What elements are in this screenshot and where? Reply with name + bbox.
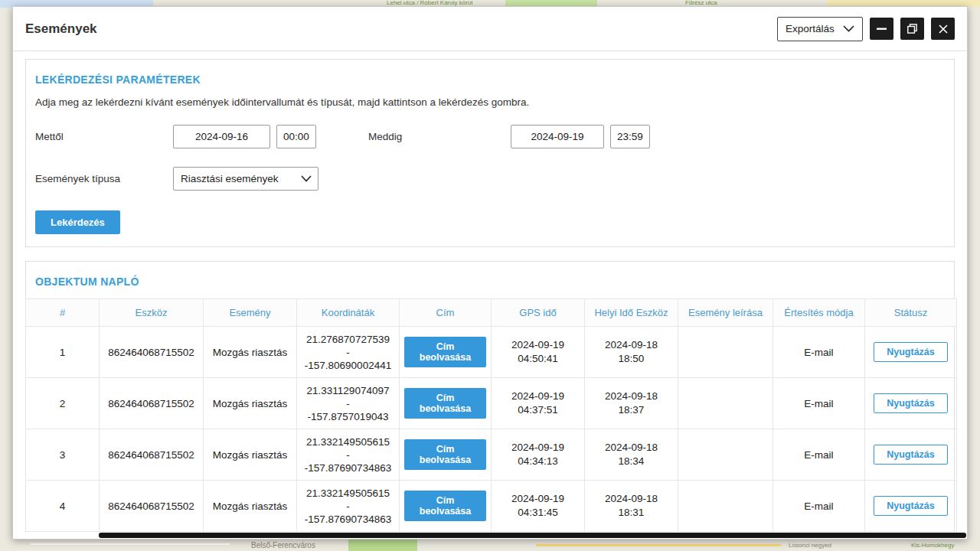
cell-description bbox=[678, 327, 773, 378]
map-street-label: Fűrész utca bbox=[685, 0, 717, 6]
col-header-notify: Értesítés módja bbox=[773, 299, 865, 327]
map-road-line-2 bbox=[31, 543, 230, 545]
cell-event: Mozgás riasztás bbox=[204, 481, 297, 532]
event-type-value: Riasztási események bbox=[181, 173, 279, 184]
col-header-coordinates: Koordináták bbox=[297, 299, 400, 327]
cell-gps-time: 2024-09-19 04:34:13 bbox=[492, 429, 585, 481]
read-address-button[interactable]: Cím beolvasása bbox=[404, 439, 486, 470]
cell-local-time: 2024-09-18 18:34 bbox=[585, 429, 678, 481]
cell-num: 4 bbox=[26, 481, 100, 532]
cell-gps-time: 2024-09-19 04:37:51 bbox=[492, 378, 585, 429]
cell-coordinates: 21.331129074097 - -157.8757019043 bbox=[297, 378, 400, 429]
chevron-down-icon bbox=[843, 23, 854, 34]
acknowledge-button[interactable]: Nyugtázás bbox=[874, 342, 948, 362]
col-header-local-time: Helyi Idő Eszköz bbox=[585, 299, 678, 327]
read-address-button[interactable]: Cím beolvasása bbox=[404, 388, 486, 419]
table-row: 4 862464068715502 Mozgás riasztás 21.332… bbox=[26, 481, 957, 532]
cell-address: Cím beolvasása bbox=[400, 378, 492, 429]
cell-event: Mozgás riasztás bbox=[204, 429, 297, 481]
export-dropdown-button[interactable]: Exportálás bbox=[777, 17, 863, 41]
from-time-input[interactable] bbox=[276, 125, 316, 148]
cell-address: Cím beolvasása bbox=[400, 481, 492, 532]
cell-address: Cím beolvasása bbox=[400, 429, 492, 481]
cell-device: 862464068715502 bbox=[100, 429, 204, 481]
to-date-input[interactable] bbox=[511, 125, 604, 148]
minimize-icon bbox=[877, 24, 887, 34]
dialog-titlebar: Események Exportálás bbox=[13, 7, 967, 51]
acknowledge-button[interactable]: Nyugtázás bbox=[874, 496, 948, 516]
cell-num: 2 bbox=[26, 378, 100, 429]
to-label: Meddig bbox=[368, 131, 511, 142]
export-label: Exportálás bbox=[786, 23, 835, 34]
query-section-heading: LEKÉRDEZÉSI PARAMÉTEREK bbox=[35, 73, 943, 86]
from-label: Mettől bbox=[35, 131, 173, 142]
map-park-patch-2 bbox=[348, 539, 417, 551]
horizontal-scrollbar[interactable] bbox=[99, 533, 966, 538]
acknowledge-button[interactable]: Nyugtázás bbox=[874, 445, 948, 465]
close-icon bbox=[939, 24, 948, 34]
close-button[interactable] bbox=[931, 18, 955, 40]
object-log-table: # Eszköz Esemény Koordináták Cím GPS idő… bbox=[25, 298, 957, 532]
table-row: 3 862464068715502 Mozgás riasztás 21.332… bbox=[26, 429, 957, 481]
event-type-row: Események típusa Riasztási események bbox=[35, 167, 943, 191]
minimize-button[interactable] bbox=[870, 18, 893, 40]
cell-description bbox=[678, 481, 773, 532]
event-type-select[interactable]: Riasztási események bbox=[173, 167, 318, 191]
query-submit-button[interactable]: Lekérdezés bbox=[35, 210, 120, 234]
read-address-button[interactable]: Cím beolvasása bbox=[404, 491, 486, 521]
col-header-status: Státusz bbox=[865, 299, 957, 327]
cell-local-time: 2024-09-18 18:50 bbox=[585, 327, 678, 378]
object-log-panel: OBJEKTUM NAPLÓ # Eszköz Esemény Koordiná… bbox=[25, 261, 955, 532]
col-header-num: # bbox=[26, 299, 100, 327]
titlebar-controls: Exportálás bbox=[777, 17, 955, 41]
cell-notify: E-mail bbox=[773, 378, 865, 429]
cell-local-time: 2024-09-18 18:31 bbox=[585, 481, 678, 532]
acknowledge-button[interactable]: Nyugtázás bbox=[874, 393, 948, 413]
cell-gps-time: 2024-09-19 04:31:45 bbox=[492, 481, 585, 532]
cell-device: 862464068715502 bbox=[100, 327, 204, 378]
cell-status: Nyugtázás bbox=[865, 378, 957, 429]
map-road-line bbox=[536, 544, 781, 546]
table-row: 2 862464068715502 Mozgás riasztás 21.331… bbox=[26, 378, 957, 429]
page-title: Események bbox=[25, 21, 97, 37]
restore-button[interactable] bbox=[900, 18, 924, 40]
map-street-label: Kis-Homokhegy bbox=[911, 542, 954, 549]
cell-local-time: 2024-09-18 18:37 bbox=[585, 378, 678, 429]
cell-device: 862464068715502 bbox=[100, 481, 204, 532]
dialog-content: LEKÉRDEZÉSI PARAMÉTEREK Adja meg az leké… bbox=[13, 51, 967, 532]
cell-status: Nyugtázás bbox=[865, 481, 957, 532]
query-parameters-panel: LEKÉRDEZÉSI PARAMÉTEREK Adja meg az leké… bbox=[25, 59, 955, 247]
cell-event: Mozgás riasztás bbox=[204, 327, 297, 378]
col-header-description: Esemény leírása bbox=[678, 299, 773, 327]
col-header-event: Esemény bbox=[204, 299, 297, 327]
from-date-input[interactable] bbox=[173, 125, 270, 148]
table-header-row: # Eszköz Esemény Koordináták Cím GPS idő… bbox=[26, 299, 957, 327]
chevron-down-icon bbox=[301, 173, 312, 184]
cell-status: Nyugtázás bbox=[865, 327, 957, 378]
cell-description bbox=[678, 429, 773, 481]
cell-coordinates: 21.276870727539 - -157.80690002441 bbox=[297, 327, 400, 378]
table-row: 1 862464068715502 Mozgás riasztás 21.276… bbox=[26, 327, 957, 378]
col-header-address: Cím bbox=[400, 299, 492, 327]
col-header-device: Eszköz bbox=[100, 299, 204, 327]
cell-address: Cím beolvasása bbox=[400, 327, 492, 378]
cell-notify: E-mail bbox=[773, 327, 865, 378]
events-dialog: Események Exportálás bbox=[12, 6, 968, 540]
cell-coordinates: 21.332149505615 - -157.87690734863 bbox=[297, 429, 400, 481]
cell-num: 3 bbox=[26, 429, 100, 481]
date-range-row: Mettől Meddig bbox=[35, 125, 943, 148]
map-district-label: Belső-Ferencváros bbox=[251, 541, 315, 549]
cell-notify: E-mail bbox=[773, 481, 865, 532]
cell-gps-time: 2024-09-19 04:50:41 bbox=[492, 327, 585, 378]
event-type-label: Események típusa bbox=[35, 173, 173, 184]
restore-icon bbox=[907, 24, 917, 34]
read-address-button[interactable]: Cím beolvasása bbox=[404, 337, 486, 367]
cell-device: 862464068715502 bbox=[100, 378, 204, 429]
col-header-gps-time: GPS idő bbox=[492, 299, 585, 327]
cell-event: Mozgás riasztás bbox=[204, 378, 297, 429]
to-time-input[interactable] bbox=[610, 125, 650, 148]
log-section-heading: OBJEKTUM NAPLÓ bbox=[35, 276, 943, 288]
query-description: Adja meg az lekérdezni kívánt események … bbox=[35, 96, 943, 108]
cell-notify: E-mail bbox=[773, 429, 865, 481]
cell-num: 1 bbox=[26, 327, 100, 378]
